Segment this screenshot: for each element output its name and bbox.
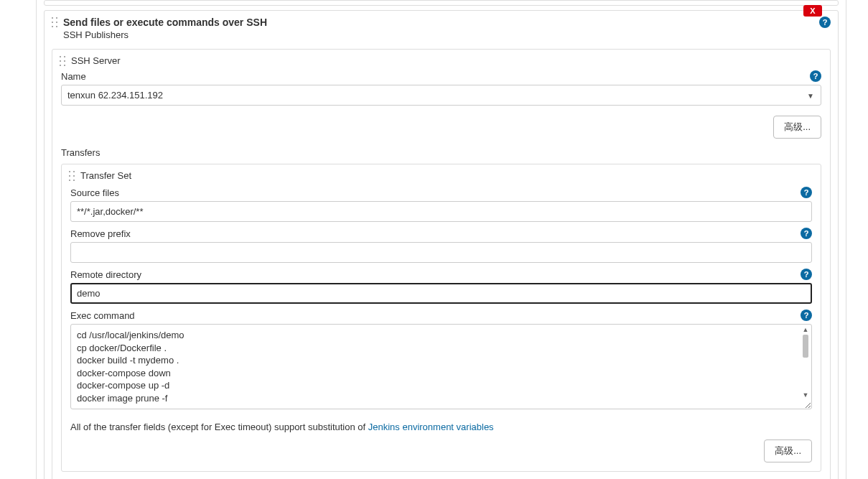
- substitution-note: All of the transfer fields (except for E…: [62, 414, 821, 432]
- drag-handle-icon[interactable]: [69, 171, 75, 181]
- jenkins-env-vars-link[interactable]: Jenkins environment variables: [368, 422, 494, 432]
- help-icon[interactable]: ?: [801, 269, 812, 280]
- name-label: Name: [61, 71, 86, 82]
- remove-prefix-input[interactable]: [70, 242, 812, 263]
- previous-build-step-collapsed: [44, 0, 839, 6]
- transfer-set-advanced-button[interactable]: 高级...: [764, 440, 812, 462]
- ssh-server-title: SSH Server: [71, 55, 121, 66]
- exec-command-label: Exec command: [70, 310, 135, 321]
- ssh-publish-section: X ? Send files or execute commands over …: [44, 10, 839, 479]
- drag-handle-icon[interactable]: [60, 56, 65, 66]
- drag-handle-icon[interactable]: [52, 17, 57, 27]
- exec-command-textarea[interactable]: [70, 324, 812, 409]
- page-container: X ? Send files or execute commands over …: [36, 0, 846, 479]
- help-icon[interactable]: ?: [801, 187, 812, 198]
- section-header: Send files or execute commands over SSH: [45, 11, 838, 29]
- transfer-set-block: Transfer Set Source files ? Remove prefi…: [61, 164, 821, 472]
- ssh-server-name-select[interactable]: tenxun 62.234.151.192: [61, 85, 821, 106]
- remote-directory-input[interactable]: [70, 283, 812, 304]
- remote-directory-label: Remote directory: [70, 269, 141, 280]
- source-files-input[interactable]: [70, 201, 812, 222]
- transfer-set-title: Transfer Set: [80, 170, 131, 181]
- help-icon[interactable]: ?: [801, 228, 812, 239]
- transfers-label: Transfers: [52, 139, 830, 161]
- help-icon[interactable]: ?: [801, 310, 812, 321]
- ssh-server-block: SSH Server Name ? tenxun 62.234.151.192 …: [52, 49, 831, 479]
- section-title: Send files or execute commands over SSH: [63, 17, 267, 28]
- section-subtitle: SSH Publishers: [45, 29, 838, 46]
- remove-prefix-label: Remove prefix: [70, 228, 131, 239]
- help-icon[interactable]: ?: [810, 70, 821, 82]
- source-files-label: Source files: [70, 187, 119, 198]
- ssh-server-advanced-button[interactable]: 高级...: [773, 116, 821, 139]
